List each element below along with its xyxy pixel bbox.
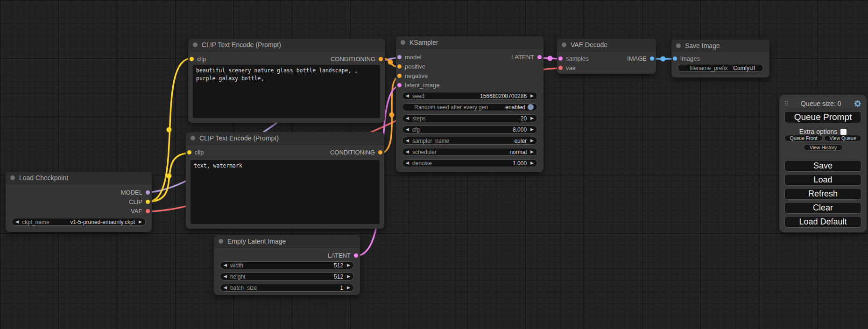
input-slot-clip[interactable]	[190, 57, 194, 61]
output-slot-conditioning[interactable]	[379, 57, 383, 61]
increment-arrow-icon[interactable]: ▶	[530, 116, 534, 120]
increment-arrow-icon[interactable]: ▶	[347, 286, 350, 290]
node-vae-decode[interactable]: VAE Decode samples IMAGE vae	[557, 39, 656, 74]
queue-prompt-button[interactable]: Queue Prompt	[784, 111, 861, 123]
queue-front-button[interactable]: Queue Front	[784, 135, 823, 141]
input-slot-vae[interactable]	[558, 66, 563, 70]
input-slot-samples[interactable]	[558, 56, 563, 61]
node-status-dot	[219, 239, 223, 244]
random-seed-toggle-widget[interactable]: Random seed after every gen enabled	[402, 103, 537, 111]
refresh-button[interactable]: Refresh	[784, 188, 861, 200]
input-label: model	[405, 54, 421, 61]
output-slot-clip[interactable]	[146, 200, 150, 204]
node-load-checkpoint[interactable]: Load Checkpoint MODEL CLIP VAE ◀ ckpt_na…	[6, 172, 152, 232]
decrement-arrow-icon[interactable]: ◀	[224, 274, 227, 279]
extra-options-checkbox[interactable]	[840, 129, 847, 135]
decrement-arrow-icon[interactable]: ◀	[406, 127, 409, 132]
node-title-bar[interactable]: Save Image	[671, 40, 769, 52]
queue-size-label: Queue size: 0	[789, 100, 854, 107]
wire-clip-to-negative-prompt	[148, 153, 191, 202]
prev-option-arrow-icon[interactable]: ◀	[15, 220, 19, 224]
prompt-textarea[interactable]: beautiful scenery nature glass bottle la…	[193, 65, 380, 118]
decrement-arrow-icon[interactable]: ◀	[406, 161, 409, 165]
decrement-arrow-icon[interactable]: ◀	[406, 116, 409, 120]
denoise-widget[interactable]: ◀ denoise 1.000 ▶	[402, 159, 537, 167]
node-title-bar[interactable]: CLIP Text Encode (Prompt)	[188, 39, 385, 51]
node-title: VAE Decode	[571, 41, 607, 49]
increment-arrow-icon[interactable]: ▶	[530, 150, 534, 154]
input-slot-model[interactable]	[397, 55, 402, 59]
scheduler-widget[interactable]: ◀ scheduler normal ▶	[402, 148, 537, 156]
increment-arrow-icon[interactable]: ▶	[347, 263, 350, 267]
input-label: negative	[405, 72, 428, 79]
decrement-arrow-icon[interactable]: ◀	[406, 94, 409, 98]
save-button[interactable]: Save	[784, 160, 861, 172]
load-default-button[interactable]: Load Default	[784, 216, 861, 228]
output-label: CONDITIONING	[330, 149, 375, 156]
node-empty-latent-image[interactable]: Empty Latent Image LATENT ◀ width 512 ▶ …	[214, 235, 360, 295]
input-label: vae	[566, 64, 576, 71]
node-status-dot	[676, 43, 681, 48]
cfg-widget[interactable]: ◀ cfg 8.000 ▶	[402, 126, 537, 133]
node-title-bar[interactable]: CLIP Text Encode (Prompt)	[186, 132, 384, 145]
settings-gear-icon[interactable]	[854, 99, 862, 108]
output-slot-latent[interactable]	[537, 55, 542, 59]
input-slot-positive[interactable]	[397, 64, 402, 69]
decrement-arrow-icon[interactable]: ◀	[224, 263, 227, 267]
increment-arrow-icon[interactable]: ▶	[530, 139, 534, 143]
filename-prefix-widget[interactable]: filename_prefix ComfyUI	[677, 64, 763, 72]
batch-size-widget[interactable]: ◀ batch_size 1 ▶	[220, 284, 354, 292]
input-slot-negative[interactable]	[397, 74, 402, 78]
input-slot-clip[interactable]	[187, 150, 191, 154]
next-option-arrow-icon[interactable]: ▶	[139, 220, 142, 224]
input-slot-images[interactable]	[673, 56, 677, 61]
sampler-name-widget[interactable]: ◀ sampler_name euler ▶	[402, 137, 537, 145]
node-title: KSampler	[409, 39, 438, 46]
node-ksampler[interactable]: KSampler model LATENT positive negative …	[396, 36, 543, 172]
load-button[interactable]: Load	[784, 174, 861, 186]
node-status-dot	[401, 40, 405, 45]
node-title: CLIP Text Encode (Prompt)	[199, 134, 279, 142]
output-slot-model[interactable]	[146, 190, 150, 195]
wire-clip-to-positive-prompt	[148, 58, 191, 202]
output-slot-vae[interactable]	[146, 209, 150, 213]
increment-arrow-icon[interactable]: ▶	[347, 274, 350, 279]
toggle-knob[interactable]	[528, 104, 534, 110]
output-label: VAE	[131, 208, 142, 215]
seed-widget[interactable]: ◀ seed 156680208700286 ▶	[402, 92, 537, 100]
prompt-textarea[interactable]: text, watermark	[191, 160, 380, 224]
output-slot-conditioning[interactable]	[378, 150, 382, 154]
increment-arrow-icon[interactable]: ▶	[530, 161, 534, 165]
clear-button[interactable]: Clear	[784, 202, 861, 214]
increment-arrow-icon[interactable]: ▶	[530, 127, 534, 132]
node-status-dot	[562, 42, 566, 47]
input-slot-latent-image[interactable]	[397, 83, 402, 87]
output-label: IMAGE	[627, 55, 647, 62]
height-widget[interactable]: ◀ height 512 ▶	[220, 273, 354, 280]
drag-handle-icon[interactable]: ⠿	[784, 100, 789, 107]
node-title-bar[interactable]: Empty Latent Image	[214, 235, 360, 248]
decrement-arrow-icon[interactable]: ◀	[224, 286, 227, 290]
wire-midpoint-dot	[167, 127, 172, 133]
steps-widget[interactable]: ◀ steps 20 ▶	[402, 114, 537, 122]
decrement-arrow-icon[interactable]: ◀	[406, 150, 409, 154]
width-widget[interactable]: ◀ width 512 ▶	[220, 261, 354, 269]
output-label: MODEL	[121, 189, 142, 196]
output-slot-image[interactable]	[650, 56, 654, 61]
node-save-image[interactable]: Save Image images filename_prefix ComfyU…	[671, 40, 769, 77]
node-title-bar[interactable]: KSampler	[396, 36, 543, 49]
view-queue-button[interactable]: View Queue	[824, 135, 861, 141]
ckpt-name-widget[interactable]: ◀ ckpt_name v1-5-pruned-emaonly.ckpt ▶	[12, 218, 146, 226]
view-history-button[interactable]: View History	[804, 144, 843, 151]
output-label: CONDITIONING	[331, 56, 375, 63]
node-status-dot	[193, 42, 198, 47]
node-title-bar[interactable]: VAE Decode	[557, 39, 656, 51]
wire-midpoint-dot	[167, 174, 172, 179]
increment-arrow-icon[interactable]: ▶	[530, 94, 534, 98]
node-clip-text-encode-negative[interactable]: CLIP Text Encode (Prompt) clip CONDITION…	[186, 132, 384, 229]
node-title-bar[interactable]: Load Checkpoint	[6, 172, 152, 184]
decrement-arrow-icon[interactable]: ◀	[406, 139, 409, 143]
node-clip-text-encode-positive[interactable]: CLIP Text Encode (Prompt) clip CONDITION…	[188, 39, 385, 123]
output-slot-latent[interactable]	[354, 253, 358, 258]
wire-midpoint-dot	[389, 112, 395, 118]
